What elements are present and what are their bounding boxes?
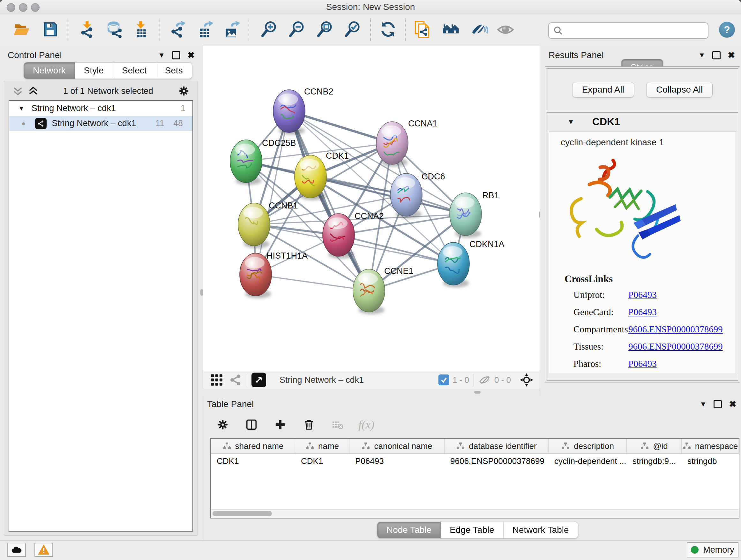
delete-column-icon[interactable] [301,417,317,433]
expand-all-networks-icon[interactable] [28,85,39,97]
network-canvas[interactable]: CCNB2CCNA1CDC25BCDK1CDC6RB1CCNB1CCNA2CDK… [203,46,540,371]
table-options-gear-icon[interactable] [215,417,231,433]
table-horizontal-scrollbar[interactable] [211,509,739,518]
table-panel-menu-icon[interactable]: ▼ [700,401,707,408]
table-row[interactable]: CDK1CDK1P064939606.ENSP00000378699cyclin… [211,454,739,468]
column-header-shared-name[interactable]: shared name [211,439,295,453]
scrollbar-thumb[interactable] [212,511,272,516]
network-row-selected[interactable]: ● String Network – cdk1 11 48 [9,116,192,131]
network-node-ccne1[interactable]: CCNE1 [353,266,414,314]
export-image-icon[interactable] [223,20,241,38]
import-table-from-file-icon[interactable] [132,20,150,38]
table-cell: CDK1 [211,456,295,466]
zoom-in-icon[interactable] [260,20,278,38]
left-splitter-handle[interactable] [200,289,203,296]
tab-style[interactable]: Style [75,62,113,79]
control-panel-close-icon[interactable]: ✖ [187,51,195,60]
network-share-icon[interactable] [229,373,242,387]
search-input[interactable] [566,25,708,36]
warnings-icon[interactable] [35,543,53,557]
show-columns-icon[interactable] [244,417,259,433]
cloud-status-icon[interactable] [7,543,26,557]
network-node-ccnb2[interactable]: CCNB2 [273,87,333,135]
window-title: Session: New Session [0,0,741,14]
column-header-description[interactable]: description [549,439,627,453]
zoom-out-icon[interactable] [288,20,306,38]
tab-edge-table[interactable]: Edge Table [441,522,503,538]
crosslink-label: GeneCard: [574,307,628,317]
tab-node-table[interactable]: Node Table [377,522,441,538]
crosslink-link[interactable]: P06493 [628,359,657,369]
column-header-canonical-name[interactable]: canonical name [349,439,445,453]
refresh-view-icon[interactable] [379,20,397,38]
open-session-icon[interactable] [13,20,30,38]
results-panel-menu-icon[interactable]: ▼ [698,52,705,59]
results-panel-float-icon[interactable] [712,51,721,59]
control-panel-float-icon[interactable] [172,51,180,59]
network-options-gear-icon[interactable] [178,85,190,97]
node-label: CCNE1 [384,266,414,276]
network-node-cdkn1a[interactable]: CDKN1A [437,240,504,287]
horizontal-splitter-handle[interactable] [474,391,481,394]
control-panel-menu-icon[interactable]: ▼ [158,52,165,59]
tab-network-table[interactable]: Network Table [503,522,578,538]
table-panel-close-icon[interactable]: ✖ [729,400,736,409]
crosslink-link[interactable]: P06493 [628,307,657,317]
crosslink-link[interactable]: 9606.ENSP00000378699 [628,324,723,334]
zoom-fit-icon[interactable] [316,20,334,38]
node-label: CDK1 [326,151,349,161]
birdseye-navigator-icon[interactable] [519,373,534,387]
collapse-all-networks-icon[interactable] [12,85,23,97]
network-edge[interactable] [256,111,289,274]
grid-layout-icon[interactable] [210,374,223,386]
network-node-cdc6[interactable]: CDC6 [390,172,445,219]
new-network-from-selection-icon[interactable] [414,20,431,38]
network-node-cdc25b[interactable]: CDC25B [230,138,296,185]
network-node-ccnb1[interactable]: CCNB1 [238,201,298,248]
table-panel-float-icon[interactable] [714,400,722,408]
export-table-icon[interactable] [197,20,214,38]
tab-select[interactable]: Select [113,62,156,79]
export-network-icon[interactable] [169,20,187,38]
crosslink-link[interactable]: P06493 [628,290,657,300]
search-field[interactable] [548,22,709,39]
import-network-from-file-icon[interactable] [78,20,96,38]
column-header--id[interactable]: @id [627,439,682,453]
column-header-database-identifier[interactable]: database identifier [445,439,549,453]
import-network-from-database-icon[interactable] [105,20,123,38]
network-edge[interactable] [256,274,369,291]
section-collapse-icon[interactable]: ▼ [567,118,575,126]
cdk1-section-header[interactable]: ▼ CDK1 [547,113,738,131]
column-header-namespace[interactable]: namespace [682,439,739,453]
save-session-icon[interactable] [41,20,59,38]
network-collection-row[interactable]: ▼ String Network – cdk1 1 [9,101,192,116]
open-in-new-window-icon[interactable] [252,373,266,387]
create-column-icon[interactable] [272,417,288,433]
hidden-node-edge-counts: 0 - 0 [494,375,511,385]
table-cell: CDK1 [295,456,349,466]
results-panel-close-icon[interactable]: ✖ [728,51,735,60]
network-node-hist1h1a[interactable]: HIST1H1A [240,251,308,298]
selected-node-edge-counts: 1 - 0 [453,375,469,385]
expand-all-button[interactable]: Expand All [572,82,634,98]
collection-expand-icon[interactable]: ▼ [18,105,24,112]
column-header-name[interactable]: name [295,439,349,453]
hide-selected-icon[interactable] [470,20,488,38]
network-node-rb1[interactable]: RB1 [450,191,499,238]
zoom-selected-icon[interactable] [344,20,362,38]
first-neighbors-icon[interactable] [442,20,460,38]
tab-network[interactable]: Network [23,62,75,79]
selected-items-checkbox[interactable] [439,374,449,385]
help-icon[interactable]: ? [719,22,735,38]
tab-sets[interactable]: Sets [156,62,192,79]
collapse-all-button[interactable]: Collapse All [646,82,713,98]
hidden-items-eye-icon[interactable] [478,374,491,386]
network-edge-count: 48 [173,118,183,128]
memory-status-button[interactable]: Memory [687,542,738,557]
show-all-icon[interactable] [496,20,515,38]
crosslink-link[interactable]: 9606.ENSP00000378699 [628,341,723,352]
network-node-ccna1[interactable]: CCNA1 [376,119,437,167]
status-bar: Memory [0,540,741,560]
table-panel-title: Table Panel [207,399,254,409]
network-edge[interactable] [289,111,369,291]
